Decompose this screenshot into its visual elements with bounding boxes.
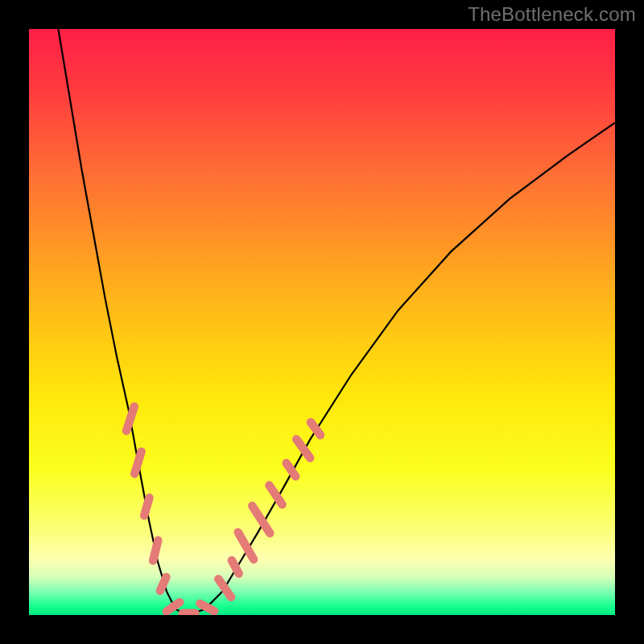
curve-marker — [179, 609, 200, 615]
bottleneck-chart-svg — [29, 29, 615, 615]
chart-frame: TheBottleneck.com — [0, 0, 644, 644]
watermark-text: TheBottleneck.com — [468, 3, 636, 26]
gradient-background — [29, 29, 615, 615]
plot-area — [29, 29, 615, 615]
